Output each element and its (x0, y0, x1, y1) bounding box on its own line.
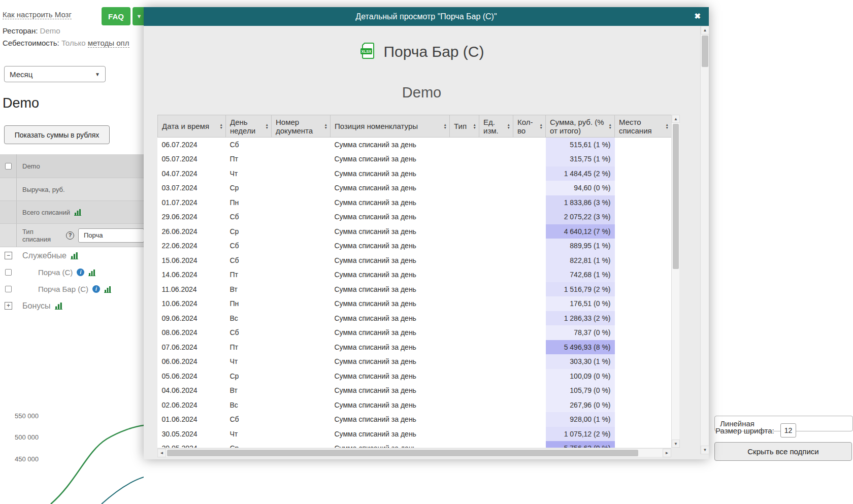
sort-icon[interactable]: ▲▼ (666, 123, 669, 129)
hide-labels-button[interactable]: Скрыть все подписи (714, 442, 852, 461)
payment-methods-link[interactable]: методы опл (88, 39, 129, 48)
column-header-label: Кол-во (517, 118, 538, 135)
cell-position: Сумма списаний за день (331, 398, 450, 413)
expand-icon[interactable]: + (5, 302, 12, 310)
cell-qty (513, 311, 546, 326)
cell-doc-number (272, 311, 331, 326)
cell-date: 29.05.2024 (158, 441, 226, 448)
tree-row-total-writeoffs[interactable]: Всего списаний (0, 201, 144, 224)
background-line-chart (41, 396, 144, 504)
sort-icon[interactable]: ▲▼ (220, 123, 223, 129)
axis-label-500000: 500 000 (2, 433, 39, 441)
scroll-up-icon[interactable]: ▲ (672, 115, 680, 123)
sort-icon[interactable]: ▲▼ (444, 123, 447, 129)
cell-sum: 928,00 (1 %) (546, 412, 615, 427)
sort-icon[interactable]: ▲▼ (609, 123, 612, 129)
demo-checkbox[interactable] (5, 163, 12, 170)
cell-day: Сб (226, 239, 272, 253)
column-header[interactable]: День недели▲▼ (226, 115, 272, 138)
cell-doc-number (272, 181, 331, 195)
cell-day: Ср (226, 224, 272, 239)
column-header[interactable]: Дата и время▲▼ (158, 115, 226, 138)
column-header[interactable]: Позиция номенклатуры▲▼ (331, 115, 450, 138)
tree-row-porcha-bar[interactable]: Порча Бар (С) i (0, 281, 144, 297)
writeoff-type-select[interactable]: Порча (78, 228, 144, 243)
sort-icon[interactable]: ▲▼ (507, 123, 510, 129)
collapse-icon[interactable]: − (5, 252, 12, 259)
cell-position: Сумма списаний за день (331, 195, 450, 210)
table-horizontal-scrollbar[interactable]: ◄ ► (157, 448, 671, 457)
table-row: 11.06.2024ВтСумма списаний за день1 516,… (158, 282, 672, 297)
cell-sum: 78,37 (0 %) (546, 325, 615, 340)
tree-row-service-group[interactable]: − Служебные (0, 247, 144, 264)
sort-icon[interactable]: ▲▼ (540, 123, 543, 129)
table-row: 15.06.2024СбСумма списаний за день822,81… (158, 253, 672, 268)
info-icon[interactable]: i (77, 268, 84, 276)
column-header[interactable]: Кол-во▲▼ (513, 115, 546, 138)
cell-place (615, 340, 672, 355)
cell-date: 09.06.2024 (158, 311, 226, 326)
cell-doc-number (272, 253, 331, 268)
porcha-checkbox[interactable] (5, 269, 12, 276)
scrollbar-thumb[interactable] (673, 124, 679, 269)
tree-row-revenue[interactable]: Выручка, руб. (0, 178, 144, 201)
document-title-block: XLSX Порча Бар (С) (144, 41, 700, 63)
bar-chart-icon[interactable] (74, 209, 82, 216)
cell-position: Сумма списаний за день (331, 282, 450, 297)
scroll-right-icon[interactable]: ► (663, 449, 671, 457)
cell-unit (479, 195, 513, 210)
modal-header: Детальный просмотр "Порча Бар (С)" ✖ (144, 7, 709, 26)
cell-sum: 742,68 (1 %) (546, 267, 615, 282)
close-icon[interactable]: ✖ (694, 12, 701, 21)
tree-row-demo[interactable]: Demo (0, 154, 144, 178)
xlsx-file-icon[interactable]: XLSX (359, 42, 378, 62)
column-header[interactable]: Сумма, руб. (% от итого)▲▼ (546, 115, 615, 138)
cell-unit (479, 267, 513, 282)
scroll-down-icon[interactable]: ▼ (701, 446, 709, 454)
scroll-up-icon[interactable]: ▲ (701, 26, 709, 35)
cell-position: Сумма списаний за день (331, 427, 450, 442)
cell-date: 11.06.2024 (158, 282, 226, 297)
document-title: Порча Бар (С) (384, 43, 484, 60)
table-row: 04.07.2024ЧтСумма списаний за день1 484,… (158, 166, 672, 181)
period-select[interactable]: Месяц ▼ (4, 66, 106, 82)
column-header[interactable]: Место списания▲▼ (615, 115, 672, 138)
tree-row-bonuses[interactable]: + Бонусы (0, 297, 144, 314)
table-row: 09.06.2024ВсСумма списаний за день1 286,… (158, 311, 672, 326)
sort-icon[interactable]: ▲▼ (266, 123, 269, 129)
scrollbar-thumb[interactable] (702, 36, 708, 67)
scrollbar-thumb[interactable] (167, 450, 638, 456)
bar-chart-icon[interactable] (88, 269, 96, 276)
column-header[interactable]: Номер документа▲▼ (272, 115, 331, 138)
bar-chart-icon[interactable] (104, 286, 112, 293)
cell-sum: 1 075,12 (2 %) (546, 427, 615, 442)
cell-sum: 176,51 (0 %) (546, 296, 615, 311)
help-icon[interactable]: ? (66, 231, 74, 240)
modal-vertical-scrollbar[interactable]: ▲ ▼ (700, 26, 709, 454)
cell-day: Ср (226, 181, 272, 195)
faq-button[interactable]: FAQ (102, 7, 130, 25)
cell-sum: 1 833,86 (3 %) (546, 195, 615, 210)
column-header[interactable]: Ед. изм.▲▼ (479, 115, 513, 138)
table-row: 06.07.2024СбСумма списаний за день515,61… (158, 138, 672, 152)
info-icon[interactable]: i (92, 285, 100, 293)
show-rubles-button[interactable]: Показать суммы в рублях (4, 125, 110, 144)
table-vertical-scrollbar[interactable]: ▲ ▼ (671, 115, 679, 448)
porcha-bar-checkbox[interactable] (5, 286, 12, 292)
sort-icon[interactable]: ▲▼ (473, 123, 476, 129)
tree-row-porcha[interactable]: Порча (С) i (0, 264, 144, 281)
cell-qty (513, 253, 546, 268)
sort-icon[interactable]: ▲▼ (324, 123, 327, 129)
tree-row-writeoff-type[interactable]: Тип списания ? Порча (0, 224, 144, 247)
cell-day: Пн (226, 195, 272, 210)
bar-chart-icon[interactable] (55, 302, 63, 310)
cell-date: 01.07.2024 (158, 195, 226, 210)
cell-position: Сумма списаний за день (331, 383, 450, 398)
setup-brain-link[interactable]: Как настроить Мозг (3, 10, 72, 19)
column-header[interactable]: Тип▲▼ (450, 115, 479, 138)
page-title: Demo (3, 95, 39, 111)
font-size-input[interactable] (780, 423, 796, 438)
scroll-down-icon[interactable]: ▼ (672, 440, 680, 448)
bar-chart-icon[interactable] (71, 252, 79, 259)
scroll-left-icon[interactable]: ◄ (157, 449, 166, 457)
